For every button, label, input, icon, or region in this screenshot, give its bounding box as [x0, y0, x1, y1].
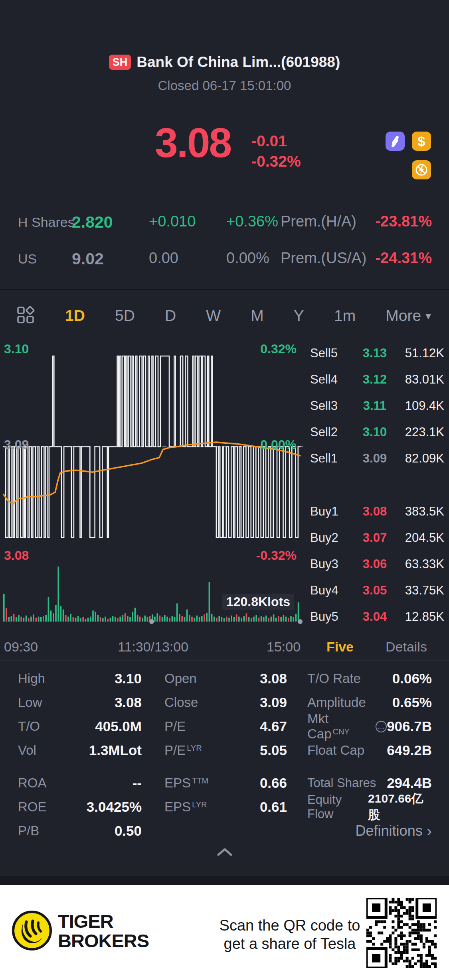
tab-week[interactable]: W: [206, 307, 221, 325]
sell-level-row[interactable]: Sell1 3.09 82.09K: [305, 445, 449, 472]
stat-roa: ROA--: [18, 771, 142, 795]
tab-1m[interactable]: 1m: [334, 307, 356, 325]
tab-year[interactable]: Y: [294, 307, 304, 325]
listing-label: US: [18, 251, 37, 267]
stat-pe-lyr: P/ELYR5.05: [164, 738, 287, 762]
brand-name: TIGER BROKERS: [58, 911, 149, 950]
premium-value: -24.31%: [375, 250, 432, 267]
exchange-badge: SH: [109, 55, 131, 70]
divider: [0, 876, 449, 885]
buy-level-row[interactable]: Buy4 3.05 33.75K: [305, 577, 449, 604]
listing-change: +0.010: [149, 213, 196, 230]
timeframe-tab-bar: 1D 5D D W M Y 1m More▼: [0, 296, 449, 336]
stat-roe: ROE3.0425%: [18, 795, 142, 819]
tab-more[interactable]: More▼: [386, 307, 433, 325]
stats-block-1: High3.10 Low3.08 T/O405.0M Vol1.3MLot Op…: [0, 667, 449, 763]
price-change-pct: -0.32%: [251, 151, 301, 171]
stat-close: Close3.09: [164, 691, 287, 714]
tab-day[interactable]: D: [165, 307, 176, 325]
buy-level-row[interactable]: Buy2 3.07 204.5K: [305, 525, 449, 551]
price-change-block: -0.01 -0.32%: [251, 131, 301, 171]
stat-turnover: T/O405.0M: [18, 714, 142, 738]
stat-eps-lyr: EPSLYR0.61: [164, 795, 287, 819]
time-label-close: 15:00: [267, 639, 301, 655]
qr-code-svg: [366, 898, 437, 968]
tab-5d[interactable]: 5D: [115, 307, 135, 325]
market-status: Closed 06-17 15:01:00: [0, 78, 449, 93]
listing-change-pct: +0.36%: [226, 213, 278, 230]
listing-price: 9.02: [72, 250, 104, 268]
stat-mkt-cap: Mkt CapCNY … 906.7B: [307, 714, 432, 738]
caret-down-icon: ▼: [423, 311, 433, 321]
sell-level-row[interactable]: Sell3 3.11 109.4K: [305, 393, 449, 419]
y-label-mid: 3.09: [4, 437, 29, 452]
order-book: Sell5 3.13 51.12K Sell4 3.12 83.01K Sell…: [305, 337, 449, 640]
stat-low: Low3.08: [18, 691, 142, 714]
y-label-mid-pct: 0.00%: [260, 437, 297, 452]
sell-level-row[interactable]: Sell5 3.13 51.12K: [305, 340, 449, 366]
intraday-chart-svg: [0, 337, 305, 625]
tab-1d[interactable]: 1D: [65, 307, 85, 325]
h-shares-row[interactable]: H Shares 2.820 +0.010 +0.36% Prem.(H/A) …: [0, 213, 449, 233]
divider: [0, 289, 449, 290]
details-toggle[interactable]: Details: [386, 639, 427, 655]
stat-float-cap: Float Cap649.2B: [307, 738, 432, 762]
price-change: -0.01: [251, 131, 301, 151]
chart-layout-icon[interactable]: [16, 305, 35, 326]
stats-block-2: ROA-- ROE3.0425% P/B0.50 EPSTTM0.66 EPSL…: [0, 771, 449, 839]
promo-text: Scan the QR code to get a share of Tesla: [216, 916, 364, 953]
currency-icon[interactable]: $: [412, 132, 431, 151]
buy-level-row[interactable]: Buy1 3.08 383.5K: [305, 498, 449, 525]
sell-level-row[interactable]: Sell2 3.10 223.1K: [305, 419, 449, 445]
stat-equity-flow: Equity Flow2107.66亿股: [307, 795, 432, 819]
header: SH Bank Of China Lim...(601988): [0, 52, 449, 73]
buy-levels: Buy1 3.08 383.5K Buy2 3.07 204.5K Buy3 3…: [305, 498, 449, 630]
definitions-link[interactable]: Definitions›: [307, 819, 432, 843]
five-levels-toggle[interactable]: Five: [326, 639, 354, 655]
premium-value: -23.81%: [375, 213, 432, 230]
stock-title: Bank Of China Lim...(601988): [136, 54, 340, 71]
no-flash-icon[interactable]: [412, 160, 431, 179]
listing-price: 2.820: [72, 213, 113, 232]
y-label-low-pct: -0.32%: [256, 548, 297, 563]
buy-level-row[interactable]: Buy5 3.04 12.85K: [305, 604, 449, 630]
time-label-midday: 11:30/13:00: [118, 639, 188, 655]
stat-open: Open3.08: [164, 667, 287, 691]
stat-to-rate: T/O Rate0.06%: [307, 667, 432, 691]
chart-section: 3.10 0.32% 3.09 0.00% 3.08 -0.32% 120.8K…: [0, 337, 449, 659]
promo-footer: TIGER BROKERS Scan the QR code to get a …: [0, 885, 449, 980]
info-icon[interactable]: …: [376, 721, 387, 732]
intraday-chart[interactable]: 3.10 0.32% 3.09 0.00% 3.08 -0.32% 120.8K…: [0, 337, 305, 625]
stat-high: High3.10: [18, 667, 142, 691]
collapse-panel-button[interactable]: [0, 848, 449, 856]
divider: [0, 660, 449, 661]
chevron-right-icon: ›: [427, 825, 432, 837]
last-price: 3.08: [155, 122, 231, 163]
volume-label: 120.8Klots: [222, 594, 294, 610]
qr-code: [366, 898, 437, 970]
stat-eps-ttm: EPSTTM0.66: [164, 771, 287, 795]
compare-chart-icon[interactable]: [386, 132, 405, 151]
tiger-brokers-logo: [11, 910, 53, 951]
listing-change-pct: 0.00%: [226, 250, 269, 267]
axis-handle-right[interactable]: [298, 619, 303, 624]
chevron-up-icon: [216, 848, 233, 856]
premium-label: Prem.(H/A): [281, 213, 356, 230]
listing-label: H Shares: [18, 214, 75, 230]
premium-label: Prem.(US/A): [281, 250, 366, 267]
us-listing-row[interactable]: US 9.02 0.00 0.00% Prem.(US/A) -24.31%: [0, 250, 449, 270]
app-screen: SH Bank Of China Lim...(601988) Closed 0…: [0, 0, 449, 980]
listing-change: 0.00: [149, 250, 178, 267]
tab-month[interactable]: M: [251, 307, 264, 325]
y-label-low: 3.08: [4, 548, 29, 563]
stat-pe: P/E4.67: [164, 714, 287, 738]
stat-volume: Vol1.3MLot: [18, 738, 142, 762]
axis-handle-mid[interactable]: [149, 619, 154, 624]
y-label-high-pct: 0.32%: [260, 342, 297, 356]
time-label-open: 09:30: [4, 639, 38, 655]
buy-level-row[interactable]: Buy3 3.06 63.33K: [305, 551, 449, 577]
y-label-high: 3.10: [4, 342, 29, 356]
sell-levels: Sell5 3.13 51.12K Sell4 3.12 83.01K Sell…: [305, 340, 449, 472]
stat-pb: P/B0.50: [18, 819, 142, 843]
sell-level-row[interactable]: Sell4 3.12 83.01K: [305, 366, 449, 393]
